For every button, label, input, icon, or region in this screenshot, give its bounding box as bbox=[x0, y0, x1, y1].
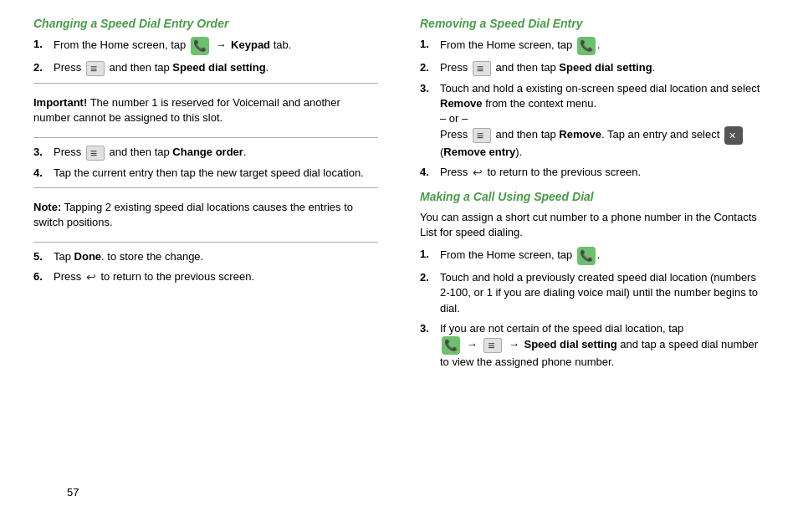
back-icon-2: ↩ bbox=[473, 165, 483, 182]
remove-step-4: 4. Press ↩ to return to the previous scr… bbox=[420, 165, 765, 182]
divider-2 bbox=[33, 137, 378, 138]
divider-1 bbox=[33, 83, 378, 84]
remove-steps: 1. From the Home screen, tap . 2. Press … bbox=[420, 37, 765, 182]
making-step-2: 2. Touch and hold a previously created s… bbox=[420, 270, 765, 316]
right-title-2: Making a Call Using Speed Dial bbox=[420, 190, 765, 203]
making-call-intro: You can assign a short cut number to a p… bbox=[420, 210, 765, 240]
remove-step-1: 1. From the Home screen, tap . bbox=[420, 37, 765, 55]
menu-icon-1 bbox=[86, 61, 105, 76]
making-step-1: 1. From the Home screen, tap . bbox=[420, 247, 765, 265]
menu-icon-4 bbox=[473, 128, 491, 143]
back-icon-1: ↩ bbox=[86, 269, 96, 286]
phone-icon-1 bbox=[191, 37, 209, 55]
left-title: Changing a Speed Dial Entry Order bbox=[33, 17, 378, 30]
step-1: 1. From the Home screen, tap → Keypad ta… bbox=[33, 37, 378, 55]
step-3-content: Press and then tap Change order. bbox=[54, 145, 378, 161]
step-6: 6. Press ↩ to return to the previous scr… bbox=[33, 269, 378, 286]
making-call-steps: 1. From the Home screen, tap . 2. Touch … bbox=[420, 247, 765, 370]
menu-icon-5 bbox=[483, 338, 502, 353]
remove-step-2: 2. Press and then tap Speed dial setting… bbox=[420, 60, 765, 76]
divider-4 bbox=[33, 242, 378, 243]
note-text: Tapping 2 existing speed dial locations … bbox=[33, 201, 353, 228]
important-box: Important! The number 1 is reserved for … bbox=[33, 90, 378, 130]
step-1-num: 1. bbox=[33, 37, 49, 55]
steps-5-6: 5. Tap Done. to store the change. 6. Pre… bbox=[33, 249, 378, 286]
remove-icon bbox=[724, 126, 743, 145]
menu-icon-3 bbox=[473, 61, 491, 76]
step-2-content: Press and then tap Speed dial setting. bbox=[54, 60, 378, 76]
step-4-num: 4. bbox=[33, 166, 49, 181]
note-box: Note: Tapping 2 existing speed dial loca… bbox=[33, 195, 378, 235]
menu-icon-2 bbox=[86, 146, 105, 161]
step-4-content: Tap the current entry then tap the new t… bbox=[54, 166, 378, 181]
phone-icon-4 bbox=[442, 336, 460, 355]
step-3: 3. Press and then tap Change order. bbox=[33, 145, 378, 161]
step-5: 5. Tap Done. to store the change. bbox=[33, 249, 378, 264]
step-5-num: 5. bbox=[33, 249, 49, 264]
step-3-num: 3. bbox=[33, 145, 49, 161]
step-2-num: 2. bbox=[33, 60, 49, 76]
step-6-num: 6. bbox=[33, 269, 49, 286]
important-label: Important! bbox=[33, 96, 87, 109]
phone-icon-3 bbox=[577, 247, 596, 265]
step-1-content: From the Home screen, tap → Keypad tab. bbox=[54, 37, 378, 55]
remove-step-3: 3. Touch and hold a existing on-screen s… bbox=[420, 81, 765, 161]
right-title-1: Removing a Speed Dial Entry bbox=[420, 17, 765, 30]
step-5-content: Tap Done. to store the change. bbox=[54, 249, 378, 264]
note-label: Note: bbox=[33, 201, 61, 213]
divider-3 bbox=[33, 187, 378, 188]
step-4: 4. Tap the current entry then tap the ne… bbox=[33, 166, 378, 181]
steps-3-4: 3. Press and then tap Change order. 4. T… bbox=[33, 145, 378, 181]
step-2: 2. Press and then tap Speed dial setting… bbox=[33, 60, 378, 76]
page-number: 57 bbox=[67, 486, 79, 499]
making-step-3: 3. If you are not certain of the speed d… bbox=[420, 321, 765, 370]
step-6-content: Press ↩ to return to the previous screen… bbox=[54, 269, 378, 286]
left-column: Changing a Speed Dial Entry Order 1. Fro… bbox=[33, 17, 386, 376]
phone-icon-2 bbox=[577, 37, 596, 55]
steps-1-2: 1. From the Home screen, tap → Keypad ta… bbox=[33, 37, 378, 76]
right-column: Removing a Speed Dial Entry 1. From the … bbox=[412, 17, 765, 376]
